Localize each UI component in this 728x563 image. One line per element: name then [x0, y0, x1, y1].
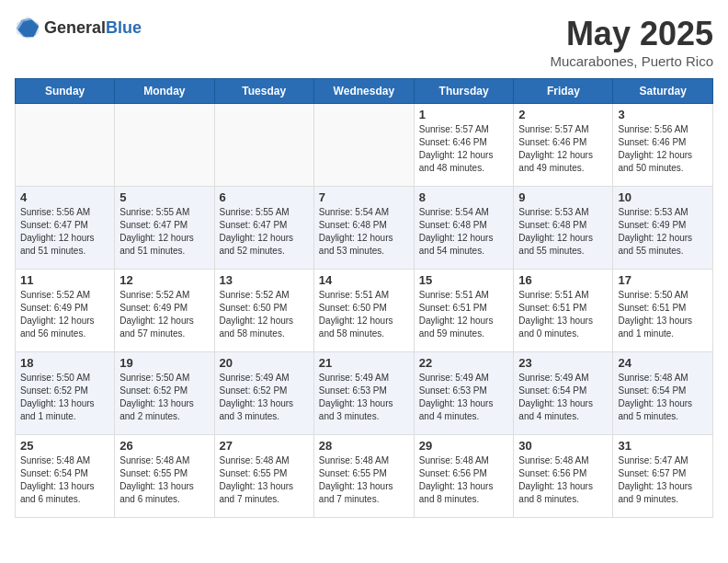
day-info: Sunrise: 5:53 AM Sunset: 6:49 PM Dayligh…: [618, 206, 708, 258]
day-info: Sunrise: 5:49 AM Sunset: 6:52 PM Dayligh…: [220, 372, 309, 423]
day-info: Sunrise: 5:48 AM Sunset: 6:55 PM Dayligh…: [220, 454, 309, 506]
calendar-day-cell: [115, 104, 214, 187]
day-number: 19: [119, 356, 209, 370]
calendar-day-cell: 24Sunrise: 5:48 AM Sunset: 6:54 PM Dayli…: [613, 352, 713, 435]
day-info: Sunrise: 5:49 AM Sunset: 6:53 PM Dayligh…: [419, 372, 509, 423]
calendar-day-cell: 25Sunrise: 5:48 AM Sunset: 6:54 PM Dayli…: [16, 435, 115, 518]
calendar-day-cell: 1Sunrise: 5:57 AM Sunset: 6:46 PM Daylig…: [414, 104, 514, 187]
day-info: Sunrise: 5:50 AM Sunset: 6:52 PM Dayligh…: [119, 372, 209, 423]
calendar-day-cell: 20Sunrise: 5:49 AM Sunset: 6:52 PM Dayli…: [214, 352, 313, 435]
calendar-day-cell: 12Sunrise: 5:52 AM Sunset: 6:49 PM Dayli…: [115, 270, 214, 352]
day-number: 17: [618, 273, 708, 287]
logo-blue: Blue: [106, 18, 142, 37]
header-day-saturday: Saturday: [613, 79, 713, 104]
day-number: 13: [220, 273, 309, 287]
day-number: 28: [319, 439, 409, 453]
logo-text: GeneralBlue: [44, 18, 142, 38]
day-info: Sunrise: 5:50 AM Sunset: 6:51 PM Dayligh…: [618, 289, 708, 340]
day-info: Sunrise: 5:51 AM Sunset: 6:51 PM Dayligh…: [518, 289, 608, 340]
calendar-day-cell: [313, 104, 414, 187]
logo-general: General: [44, 18, 106, 37]
header: GeneralBlue May 2025 Mucarabones, Puerto…: [15, 15, 713, 69]
day-info: Sunrise: 5:52 AM Sunset: 6:49 PM Dayligh…: [119, 289, 209, 340]
day-number: 23: [518, 356, 608, 370]
calendar-week-row: 11Sunrise: 5:52 AM Sunset: 6:49 PM Dayli…: [16, 270, 713, 352]
calendar-day-cell: 19Sunrise: 5:50 AM Sunset: 6:52 PM Dayli…: [115, 352, 214, 435]
day-number: 2: [518, 108, 608, 121]
day-info: Sunrise: 5:51 AM Sunset: 6:50 PM Dayligh…: [319, 289, 409, 340]
day-number: 22: [419, 356, 509, 370]
day-info: Sunrise: 5:48 AM Sunset: 6:54 PM Dayligh…: [618, 372, 708, 423]
day-info: Sunrise: 5:55 AM Sunset: 6:47 PM Dayligh…: [119, 206, 209, 258]
day-number: 3: [618, 108, 708, 121]
calendar-day-cell: 26Sunrise: 5:48 AM Sunset: 6:55 PM Dayli…: [115, 435, 214, 518]
day-info: Sunrise: 5:56 AM Sunset: 6:46 PM Dayligh…: [618, 123, 708, 175]
day-info: Sunrise: 5:52 AM Sunset: 6:50 PM Dayligh…: [220, 289, 309, 340]
calendar-day-cell: 22Sunrise: 5:49 AM Sunset: 6:53 PM Dayli…: [414, 352, 514, 435]
calendar-day-cell: [16, 104, 115, 187]
day-info: Sunrise: 5:48 AM Sunset: 6:56 PM Dayligh…: [518, 454, 608, 506]
day-info: Sunrise: 5:57 AM Sunset: 6:46 PM Dayligh…: [518, 123, 608, 175]
day-number: 30: [518, 439, 608, 453]
calendar-day-cell: 7Sunrise: 5:54 AM Sunset: 6:48 PM Daylig…: [313, 187, 414, 270]
header-day-thursday: Thursday: [414, 79, 514, 104]
day-number: 20: [220, 356, 309, 370]
calendar-day-cell: 8Sunrise: 5:54 AM Sunset: 6:48 PM Daylig…: [414, 187, 514, 270]
title-area: May 2025 Mucarabones, Puerto Rico: [550, 15, 713, 69]
day-number: 12: [119, 273, 209, 287]
day-info: Sunrise: 5:50 AM Sunset: 6:52 PM Dayligh…: [20, 372, 109, 423]
calendar-table: SundayMondayTuesdayWednesdayThursdayFrid…: [15, 78, 713, 518]
calendar-day-cell: 11Sunrise: 5:52 AM Sunset: 6:49 PM Dayli…: [16, 270, 115, 352]
calendar-day-cell: 18Sunrise: 5:50 AM Sunset: 6:52 PM Dayli…: [16, 352, 115, 435]
day-info: Sunrise: 5:48 AM Sunset: 6:56 PM Dayligh…: [419, 454, 509, 506]
day-info: Sunrise: 5:51 AM Sunset: 6:51 PM Dayligh…: [419, 289, 509, 340]
calendar-day-cell: [214, 104, 313, 187]
day-info: Sunrise: 5:54 AM Sunset: 6:48 PM Dayligh…: [319, 206, 409, 258]
calendar-day-cell: 23Sunrise: 5:49 AM Sunset: 6:54 PM Dayli…: [514, 352, 613, 435]
calendar-day-cell: 28Sunrise: 5:48 AM Sunset: 6:55 PM Dayli…: [313, 435, 414, 518]
calendar-day-cell: 31Sunrise: 5:47 AM Sunset: 6:57 PM Dayli…: [613, 435, 713, 518]
day-number: 16: [518, 273, 608, 287]
day-info: Sunrise: 5:47 AM Sunset: 6:57 PM Dayligh…: [618, 454, 708, 506]
day-info: Sunrise: 5:49 AM Sunset: 6:54 PM Dayligh…: [518, 372, 608, 423]
day-info: Sunrise: 5:48 AM Sunset: 6:54 PM Dayligh…: [20, 454, 109, 506]
day-number: 25: [20, 439, 109, 453]
day-info: Sunrise: 5:49 AM Sunset: 6:53 PM Dayligh…: [319, 372, 409, 423]
header-day-friday: Friday: [514, 79, 613, 104]
day-number: 10: [618, 190, 708, 204]
day-number: 14: [319, 273, 409, 287]
day-number: 6: [220, 190, 309, 204]
day-number: 27: [220, 439, 309, 453]
day-number: 18: [20, 356, 109, 370]
calendar-day-cell: 27Sunrise: 5:48 AM Sunset: 6:55 PM Dayli…: [214, 435, 313, 518]
calendar-day-cell: 13Sunrise: 5:52 AM Sunset: 6:50 PM Dayli…: [214, 270, 313, 352]
logo: GeneralBlue: [15, 15, 142, 40]
calendar-week-row: 1Sunrise: 5:57 AM Sunset: 6:46 PM Daylig…: [16, 104, 713, 187]
day-number: 7: [319, 190, 409, 204]
day-info: Sunrise: 5:57 AM Sunset: 6:46 PM Dayligh…: [419, 123, 509, 175]
day-number: 5: [119, 190, 209, 204]
calendar-day-cell: 2Sunrise: 5:57 AM Sunset: 6:46 PM Daylig…: [514, 104, 613, 187]
header-day-sunday: Sunday: [16, 79, 115, 104]
calendar-week-row: 25Sunrise: 5:48 AM Sunset: 6:54 PM Dayli…: [16, 435, 713, 518]
calendar-title: May 2025: [550, 15, 713, 53]
day-info: Sunrise: 5:54 AM Sunset: 6:48 PM Dayligh…: [419, 206, 509, 258]
day-number: 4: [20, 190, 109, 204]
day-number: 29: [419, 439, 509, 453]
calendar-day-cell: 10Sunrise: 5:53 AM Sunset: 6:49 PM Dayli…: [613, 187, 713, 270]
day-info: Sunrise: 5:48 AM Sunset: 6:55 PM Dayligh…: [119, 454, 209, 506]
calendar-day-cell: 9Sunrise: 5:53 AM Sunset: 6:48 PM Daylig…: [514, 187, 613, 270]
calendar-day-cell: 15Sunrise: 5:51 AM Sunset: 6:51 PM Dayli…: [414, 270, 514, 352]
calendar-day-cell: 29Sunrise: 5:48 AM Sunset: 6:56 PM Dayli…: [414, 435, 514, 518]
calendar-day-cell: 14Sunrise: 5:51 AM Sunset: 6:50 PM Dayli…: [313, 270, 414, 352]
calendar-day-cell: 30Sunrise: 5:48 AM Sunset: 6:56 PM Dayli…: [514, 435, 613, 518]
logo-icon: [15, 15, 40, 40]
calendar-week-row: 4Sunrise: 5:56 AM Sunset: 6:47 PM Daylig…: [16, 187, 713, 270]
calendar-day-cell: 21Sunrise: 5:49 AM Sunset: 6:53 PM Dayli…: [313, 352, 414, 435]
calendar-subtitle: Mucarabones, Puerto Rico: [550, 53, 713, 69]
day-number: 8: [419, 190, 509, 204]
day-number: 15: [419, 273, 509, 287]
day-info: Sunrise: 5:52 AM Sunset: 6:49 PM Dayligh…: [20, 289, 109, 340]
calendar-day-cell: 16Sunrise: 5:51 AM Sunset: 6:51 PM Dayli…: [514, 270, 613, 352]
day-info: Sunrise: 5:53 AM Sunset: 6:48 PM Dayligh…: [518, 206, 608, 258]
